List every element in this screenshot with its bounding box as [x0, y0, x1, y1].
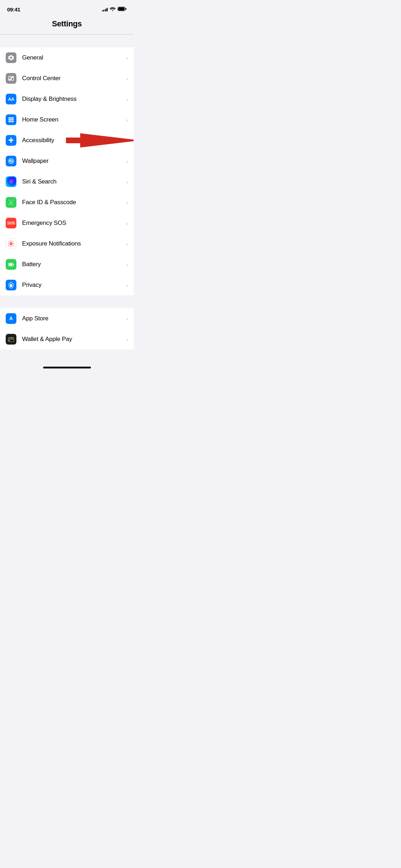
settings-row-exposure[interactable]: Exposure Notifications ›	[0, 233, 134, 254]
svg-point-4	[9, 79, 10, 80]
svg-point-35	[10, 202, 11, 202]
exposure-chevron: ›	[126, 241, 128, 247]
wallpaper-chevron: ›	[126, 158, 128, 164]
svg-point-23	[12, 161, 13, 162]
sos-label: Emergency SOS	[22, 219, 123, 227]
privacy-icon	[6, 280, 16, 290]
svg-rect-2	[118, 7, 125, 11]
svg-rect-13	[9, 121, 10, 122]
signal-bars-icon	[102, 7, 108, 11]
home-indicator	[0, 364, 134, 371]
battery-label: Battery	[22, 261, 123, 268]
display-label: Display & Brightness	[22, 95, 123, 103]
siri-icon	[6, 176, 16, 187]
svg-rect-14	[10, 121, 12, 122]
svg-point-26	[9, 160, 10, 161]
svg-rect-7	[9, 117, 10, 119]
general-icon	[6, 52, 16, 63]
svg-rect-8	[10, 117, 12, 119]
page-header: Settings	[0, 16, 134, 34]
svg-rect-51	[9, 264, 12, 265]
svg-rect-11	[10, 119, 12, 120]
home-screen-icon	[6, 114, 16, 125]
settings-row-display[interactable]: AA Display & Brightness ›	[0, 89, 134, 109]
exposure-icon	[6, 238, 16, 249]
wallpaper-icon	[6, 156, 16, 166]
system-settings-section: General › Control Center › AA Display & …	[0, 47, 134, 295]
appstore-chevron: ›	[126, 316, 128, 322]
faceid-icon	[6, 197, 16, 208]
faceid-label: Face ID & Passcode	[22, 199, 123, 206]
settings-row-appstore[interactable]: App Store ›	[0, 308, 134, 329]
settings-row-wallet[interactable]: Wallet & Apple Pay ›	[0, 329, 134, 350]
svg-point-44	[13, 243, 14, 244]
svg-point-6	[12, 77, 13, 78]
svg-point-27	[10, 160, 12, 162]
display-chevron: ›	[126, 96, 128, 102]
svg-rect-10	[9, 119, 10, 120]
wallet-chevron: ›	[126, 336, 128, 342]
apps-settings-section: App Store › Wallet & Apple Pay ›	[0, 308, 134, 350]
svg-rect-32	[12, 200, 14, 201]
home-bar	[43, 367, 91, 368]
settings-row-siri[interactable]: Siri & Search ›	[0, 171, 134, 192]
privacy-chevron: ›	[126, 282, 128, 288]
battery-row-icon	[6, 259, 16, 270]
svg-rect-57	[9, 340, 10, 341]
general-label: General	[22, 54, 123, 61]
svg-rect-50	[14, 264, 14, 265]
top-section-gap	[0, 35, 134, 47]
general-chevron: ›	[126, 55, 128, 61]
svg-point-21	[11, 159, 12, 160]
svg-point-16	[10, 138, 12, 139]
siri-label: Siri & Search	[22, 178, 123, 185]
svg-rect-34	[12, 204, 14, 205]
control-center-chevron: ›	[126, 76, 128, 82]
settings-row-control-center[interactable]: Control Center ›	[0, 68, 134, 89]
status-time: 09:41	[7, 6, 20, 12]
status-bar: 09:41	[0, 0, 134, 16]
svg-rect-55	[9, 337, 10, 338]
svg-point-41	[11, 241, 11, 241]
svg-rect-33	[9, 204, 10, 205]
battery-chevron: ›	[126, 262, 128, 268]
svg-rect-1	[125, 8, 127, 10]
display-icon: AA	[6, 94, 16, 104]
control-center-icon	[6, 73, 16, 84]
home-screen-chevron: ›	[126, 117, 128, 123]
svg-point-47	[9, 245, 9, 246]
settings-row-wallpaper[interactable]: Wallpaper ›	[0, 151, 134, 171]
wallet-icon	[6, 334, 16, 345]
svg-point-43	[8, 243, 9, 244]
privacy-label: Privacy	[22, 281, 123, 289]
svg-point-42	[11, 246, 11, 247]
page-title: Settings	[52, 19, 82, 28]
home-screen-label: Home Screen	[22, 116, 123, 123]
svg-point-48	[12, 245, 13, 246]
settings-row-sos[interactable]: SOS Emergency SOS ›	[0, 213, 134, 233]
svg-rect-53	[8, 339, 14, 340]
settings-row-home-screen[interactable]: Home Screen ›	[0, 109, 134, 130]
wallet-label: Wallet & Apple Pay	[22, 336, 123, 343]
svg-point-40	[11, 243, 11, 244]
status-icons	[102, 6, 127, 12]
settings-row-faceid[interactable]: Face ID & Passcode ›	[0, 192, 134, 213]
svg-point-25	[9, 161, 10, 162]
svg-point-30	[9, 181, 13, 183]
settings-row-battery[interactable]: Battery ›	[0, 254, 134, 275]
faceid-chevron: ›	[126, 200, 128, 206]
settings-row-general[interactable]: General ›	[0, 47, 134, 68]
svg-rect-12	[12, 119, 14, 120]
battery-icon	[118, 6, 127, 12]
svg-point-22	[12, 160, 13, 161]
settings-row-accessibility[interactable]: Accessibility ›	[0, 130, 134, 151]
control-center-label: Control Center	[22, 75, 123, 82]
accessibility-chevron: ›	[126, 138, 128, 144]
settings-row-privacy[interactable]: Privacy ›	[0, 275, 134, 295]
svg-point-24	[11, 162, 12, 164]
svg-rect-31	[9, 200, 10, 201]
wifi-icon	[110, 6, 115, 12]
accessibility-icon	[6, 135, 16, 146]
sos-chevron: ›	[126, 220, 128, 226]
exposure-label: Exposure Notifications	[22, 240, 123, 247]
